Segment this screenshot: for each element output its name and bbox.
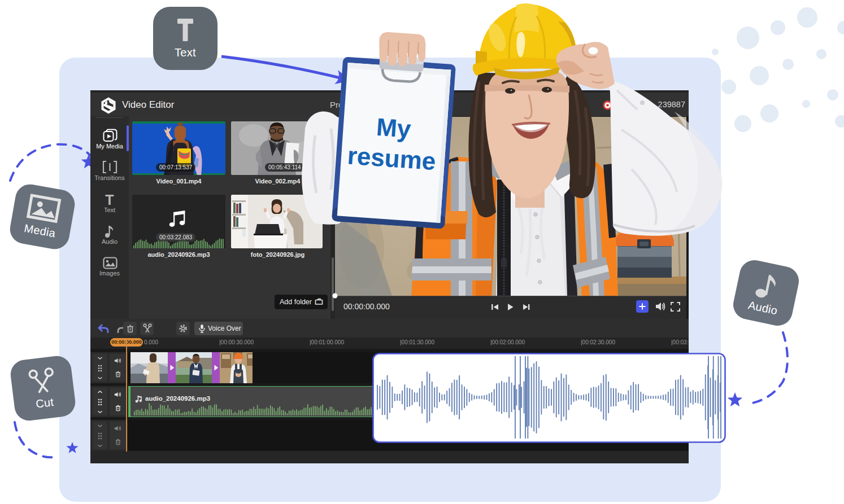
svg-text:My: My bbox=[376, 113, 412, 143]
